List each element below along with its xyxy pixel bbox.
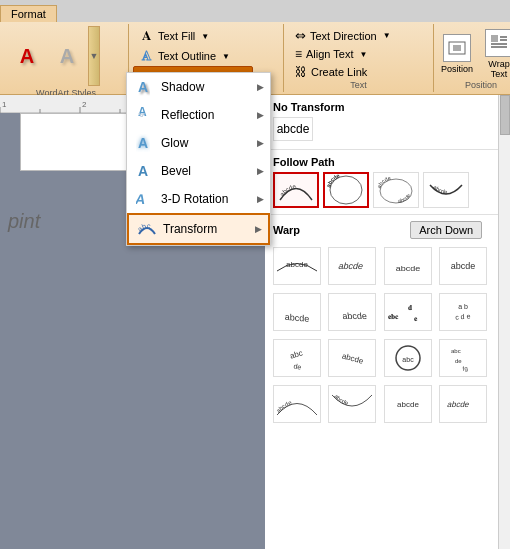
follow-path-item-2[interactable]: abcde abcde (323, 172, 369, 208)
no-transform-label: No Transform (265, 95, 498, 115)
arch-down-button[interactable]: Arch Down (410, 221, 482, 239)
warp-item-7[interactable]: 𝐞𝐛𝐜 𝐝 𝐞 (384, 293, 432, 331)
svg-text:abc: abc (451, 348, 461, 354)
warp-item-10[interactable]: abcde (328, 339, 376, 377)
glow-arrow: ▶ (257, 138, 264, 148)
follow-path-label: Follow Path (265, 152, 498, 170)
shadow-icon: A (135, 77, 155, 97)
warp-item-8[interactable]: a b c d e (439, 293, 487, 331)
wordart-style-gray-button[interactable]: A (48, 41, 86, 71)
shadow-label: Shadow (161, 80, 204, 94)
transform-arrow: ▶ (255, 224, 262, 234)
svg-text:𝐝: 𝐝 (408, 304, 413, 311)
no-transform-text: abcde (277, 122, 310, 136)
shadow-arrow: ▶ (257, 82, 264, 92)
svg-text:abcde: abcde (285, 312, 309, 324)
svg-rect-2 (491, 35, 498, 42)
warp-item-13[interactable]: abcde (273, 385, 321, 423)
svg-text:de: de (293, 362, 302, 370)
wrap-text-label: Wrap Text (488, 59, 509, 79)
warp-item-6[interactable]: abcde (328, 293, 376, 331)
svg-text:abcde: abcde (286, 260, 308, 269)
warp-grid-3: abc de abcde abc abc de (265, 335, 498, 381)
warp-item-11[interactable]: abc (384, 339, 432, 377)
svg-text:A: A (138, 79, 148, 95)
svg-text:A: A (138, 135, 148, 151)
svg-text:2: 2 (82, 100, 87, 109)
svg-text:abc: abc (402, 356, 414, 363)
warp-item-12[interactable]: abc de fg (439, 339, 487, 377)
svg-text:1: 1 (2, 100, 7, 109)
svg-text:a b: a b (458, 303, 468, 310)
text-outline-arrow: ▼ (222, 52, 230, 61)
svg-text:abcde: abcde (397, 193, 411, 204)
warp-label: Warp (273, 224, 300, 236)
svg-rect-1 (453, 45, 461, 51)
menu-item-glow[interactable]: A Glow ▶ (127, 129, 270, 157)
svg-text:abcde: abcde (450, 261, 475, 271)
svg-text:A: A (138, 163, 148, 179)
glow-icon: A (135, 133, 155, 153)
warp-item-5[interactable]: abcde (273, 293, 321, 331)
warp-item-16[interactable]: abcde (439, 385, 487, 423)
scrollbar-thumb[interactable] (500, 95, 510, 135)
wrap-text-icon (485, 29, 510, 57)
transform-label: Transform (163, 222, 217, 236)
svg-text:abcde: abcde (341, 351, 365, 365)
divider-1 (265, 149, 498, 150)
svg-text:abcde: abcde (376, 175, 392, 189)
transform-icon: abc (137, 219, 157, 239)
warp-item-1[interactable]: abcde (273, 247, 321, 285)
warp-item-15[interactable]: abcde (384, 385, 432, 423)
no-transform-item[interactable]: abcde (273, 117, 313, 141)
svg-text:abcde: abcde (275, 399, 293, 414)
svg-text:abcde: abcde (395, 265, 419, 272)
position-button[interactable]: Position (438, 26, 476, 81)
position-icon (443, 34, 471, 62)
warp-item-14[interactable]: abcde (328, 385, 376, 423)
menu-item-transform[interactable]: abc Transform ▶ (127, 213, 270, 245)
text-direction-button[interactable]: ⇔ Text Direction ▼ (290, 26, 425, 45)
menu-item-reflection[interactable]: A A Reflection ▶ (127, 101, 270, 129)
format-tab[interactable]: Format (0, 5, 57, 22)
menu-item-shadow[interactable]: A Shadow ▶ (127, 73, 270, 101)
follow-path-item-3[interactable]: abcde abcde (373, 172, 419, 208)
warp-item-9[interactable]: abc de (273, 339, 321, 377)
follow-path-item-1[interactable]: abcde (273, 172, 319, 208)
doc-text: pint (8, 210, 40, 233)
text-fill-arrow: ▼ (201, 32, 209, 41)
warp-item-4[interactable]: abcde (439, 247, 487, 285)
bevel-icon: A (135, 161, 155, 181)
position-group: Position Wrap Text Position (434, 24, 510, 92)
tab-bar: Format (0, 0, 510, 22)
wordart-style-red-button[interactable]: A (8, 41, 46, 71)
text-fill-button[interactable]: 𝐀 Text Fill ▼ (133, 26, 253, 46)
menu-item-bevel[interactable]: A Bevel ▶ (127, 157, 270, 185)
align-text-button[interactable]: ≡ Align Text ▼ (290, 45, 425, 63)
svg-text:A: A (138, 111, 145, 118)
menu-item-3d-rotation[interactable]: A 3-D Rotation ▶ (127, 185, 270, 213)
3d-rotation-label: 3-D Rotation (161, 192, 228, 206)
text-direction-icon: ⇔ (295, 28, 306, 43)
svg-text:A: A (136, 191, 147, 207)
warp-item-2[interactable]: abcde (328, 247, 376, 285)
svg-text:𝐞: 𝐞 (414, 315, 418, 322)
svg-text:𝐞𝐛𝐜: 𝐞𝐛𝐜 (388, 313, 399, 320)
svg-text:c d e: c d e (455, 312, 471, 320)
position-group-label: Position (434, 80, 510, 90)
wordart-expand-button[interactable]: ▼ (88, 26, 100, 86)
warp-item-3[interactable]: abcde (384, 247, 432, 285)
text-outline-button[interactable]: 𝐀 Text Outline ▼ (133, 46, 253, 66)
3d-rotation-arrow: ▶ (257, 194, 264, 204)
svg-text:abc: abc (289, 349, 304, 361)
wrap-text-button[interactable]: Wrap Text (480, 26, 510, 81)
create-link-icon: ⛓ (295, 65, 307, 79)
panel-scrollbar[interactable] (498, 95, 510, 549)
transform-panel: No Transform abcde Follow Path abcde (265, 95, 498, 549)
create-link-button[interactable]: ⛓ Create Link (290, 63, 425, 81)
bevel-label: Bevel (161, 164, 191, 178)
follow-path-item-4[interactable]: abcde (423, 172, 469, 208)
svg-text:de: de (455, 358, 462, 364)
warp-header: Warp Arch Down (265, 217, 498, 243)
text-direction-group: ⇔ Text Direction ▼ ≡ Align Text ▼ ⛓ Crea… (284, 24, 434, 92)
